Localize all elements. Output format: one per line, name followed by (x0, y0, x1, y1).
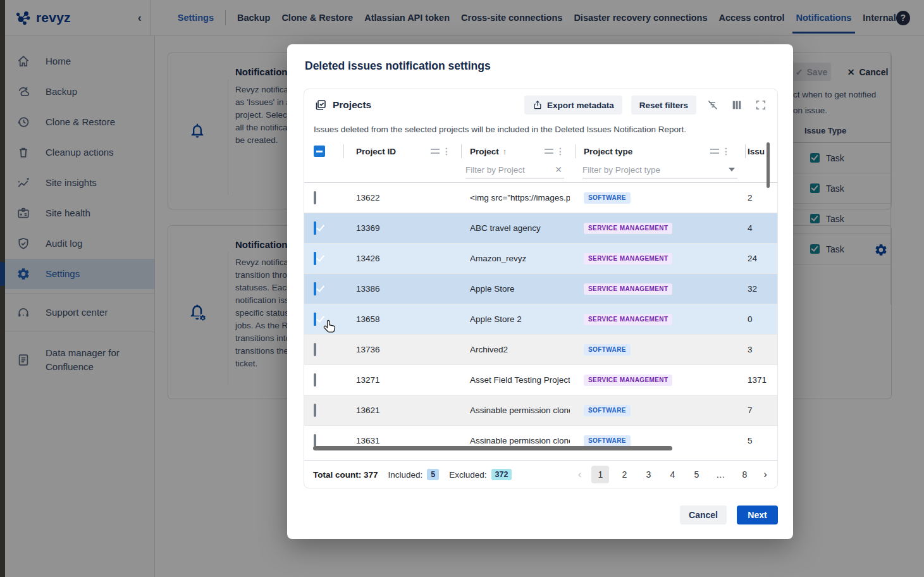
column-header-project-type[interactable]: Project type ⋮ (570, 141, 736, 161)
fullscreen-icon[interactable] (753, 98, 768, 112)
row-checkbox[interactable] (314, 343, 316, 356)
table-rows: 13622<img src="https://images.peSOFTWARE… (304, 183, 777, 450)
filter-row: ✕ (304, 161, 777, 183)
cell-project-type: SERVICE MANAGEMENT (570, 314, 736, 325)
project-filter-input[interactable] (465, 165, 553, 175)
cell-project-id: 13369 (338, 223, 456, 233)
pagination-page-4[interactable]: 4 (663, 466, 681, 483)
cell-project-type: SOFTWARE (570, 192, 736, 204)
pagination-page-3[interactable]: 3 (639, 466, 657, 483)
total-count: Total count: 377 (313, 470, 378, 480)
modal-next-button[interactable]: Next (737, 506, 778, 524)
table-footer: Total count: 377 Included: 5 Excluded: 3… (304, 460, 777, 488)
table-row-13736[interactable]: 13736Archived2SOFTWARE3 (304, 335, 777, 365)
pagination-page-8[interactable]: 8 (736, 466, 753, 483)
cell-issue-count: 2 (736, 193, 777, 202)
cell-issue-count: 5 (736, 436, 777, 445)
column-label: Project type (570, 147, 632, 156)
cell-project-type: SERVICE MANAGEMENT (570, 375, 736, 386)
table-row-13271[interactable]: 13271Asset Field Testing ProjectSERVICE … (304, 365, 777, 395)
included-count-badge: 5 (427, 469, 439, 480)
cell-project-name: Amazon_revyz (456, 254, 570, 263)
projects-description: Issues deleted from the selected project… (314, 125, 686, 134)
cell-project-id: 13386 (338, 284, 456, 294)
cell-issue-count: 7 (736, 406, 777, 415)
project-type-filter-input[interactable] (582, 165, 729, 175)
cell-issue-count: 32 (736, 284, 777, 294)
row-checkbox[interactable] (314, 252, 316, 265)
project-type-badge: SOFTWARE (584, 435, 631, 447)
cell-project-name: Assinable permission clone (456, 436, 570, 445)
column-drag-icon[interactable] (545, 149, 553, 154)
excluded-label: Excluded: (449, 470, 486, 480)
cell-project-name: <img src="https://images.pe (456, 193, 570, 202)
table-row-13386[interactable]: 13386Apple StoreSERVICE MANAGEMENT32 (304, 274, 777, 304)
deleted-issues-modal: Deleted issues notification settings Pro… (287, 44, 793, 539)
sort-ascending-icon: ↑ (503, 147, 507, 156)
pagination-page-1[interactable]: 1 (591, 466, 609, 483)
export-label: Export metadata (547, 101, 614, 110)
table-row-13622[interactable]: 13622<img src="https://images.peSOFTWARE… (304, 183, 777, 213)
table-row-13621[interactable]: 13621Assinable permission cloneSOFTWARE7 (304, 395, 777, 426)
cell-issue-count: 0 (736, 314, 777, 324)
column-drag-icon[interactable] (431, 149, 440, 154)
cell-project-name: Asset Field Testing Project (456, 375, 570, 385)
cell-issue-count: 4 (736, 223, 777, 233)
reset-filters-button[interactable]: Reset filters (631, 96, 696, 115)
row-checkbox[interactable] (314, 373, 316, 387)
project-type-badge: SOFTWARE (584, 344, 631, 356)
included-label: Included: (388, 470, 423, 480)
pagination-next-icon[interactable]: › (760, 468, 771, 481)
project-type-filter-field (582, 162, 737, 178)
cell-issue-count: 1371 (736, 375, 777, 385)
table-row-13658[interactable]: 13658Apple Store 2SERVICE MANAGEMENT0 (304, 304, 777, 335)
column-menu-icon[interactable]: ⋮ (442, 147, 451, 156)
column-chooser-icon[interactable] (729, 98, 744, 112)
projects-panel: Projects Export metadata Reset filters (304, 89, 778, 488)
column-header-issues[interactable]: Issu (736, 141, 777, 161)
modal-cancel-button[interactable]: Cancel (680, 506, 727, 524)
table-row-13426[interactable]: 13426Amazon_revyzSERVICE MANAGEMENT24 (304, 244, 777, 274)
projects-icon (314, 99, 327, 111)
cell-project-type: SOFTWARE (570, 405, 736, 416)
row-checkbox[interactable] (314, 313, 316, 326)
cell-issue-count: 24 (736, 254, 777, 263)
dropdown-caret-icon[interactable] (729, 168, 735, 171)
vertical-scrollbar-thumb[interactable] (767, 142, 770, 188)
projects-panel-header: Projects Export metadata Reset filters (304, 89, 777, 121)
cell-project-name: Assinable permission clone (456, 406, 570, 415)
row-checkbox[interactable] (314, 221, 316, 235)
pagination-page-2[interactable]: 2 (615, 466, 633, 483)
filter-off-icon[interactable] (705, 98, 720, 112)
column-menu-icon[interactable]: ⋮ (556, 147, 565, 156)
row-checkbox[interactable] (314, 191, 316, 204)
row-checkbox[interactable] (314, 282, 316, 295)
projects-table: Project ID ⋮ Project ↑ ⋮ Project type ⋮ (304, 141, 777, 183)
column-header-project[interactable]: Project ↑ ⋮ (456, 141, 570, 161)
cell-project-id: 13658 (338, 314, 456, 324)
cell-project-id: 13426 (338, 254, 456, 263)
row-checkbox[interactable] (314, 434, 316, 447)
pagination-page-5[interactable]: 5 (687, 466, 705, 483)
column-menu-icon[interactable]: ⋮ (722, 147, 730, 156)
project-type-badge: SERVICE MANAGEMENT (584, 314, 672, 325)
horizontal-scrollbar-thumb[interactable] (313, 446, 672, 450)
column-label: Project ID (338, 147, 396, 156)
column-label: Project (456, 147, 499, 156)
cell-project-type: SOFTWARE (570, 435, 736, 447)
table-row-13369[interactable]: 13369ABC travel agencySERVICE MANAGEMENT… (304, 213, 777, 244)
cell-project-type: SERVICE MANAGEMENT (570, 253, 736, 264)
column-header-project-id[interactable]: Project ID ⋮ (338, 141, 456, 161)
export-icon (533, 100, 543, 110)
cell-project-name: Archived2 (456, 345, 570, 354)
column-drag-icon[interactable] (710, 149, 719, 154)
select-all-checkbox[interactable] (314, 146, 325, 157)
row-checkbox[interactable] (314, 404, 316, 417)
project-type-badge: SOFTWARE (584, 405, 631, 416)
export-metadata-button[interactable]: Export metadata (524, 96, 622, 115)
pagination-prev-icon[interactable]: ‹ (574, 468, 586, 481)
clear-filter-icon[interactable]: ✕ (553, 164, 564, 175)
cell-project-name: Apple Store 2 (456, 314, 570, 324)
cell-project-id: 13271 (338, 375, 456, 385)
cell-project-id: 13736 (338, 345, 456, 354)
